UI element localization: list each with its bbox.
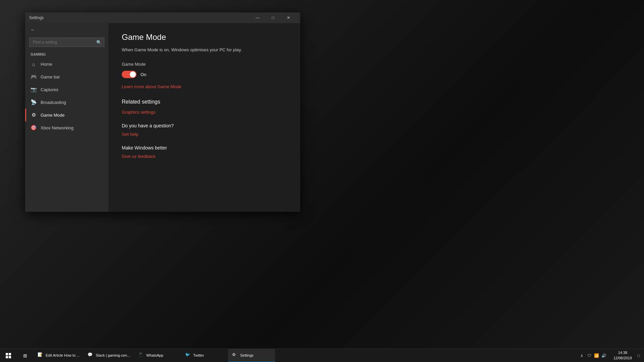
sidebar-item-captures[interactable]: 📷 Captures: [25, 83, 108, 96]
windows-icon: [6, 353, 11, 358]
start-button[interactable]: [0, 349, 17, 362]
give-feedback-link[interactable]: Give us feedback: [122, 154, 155, 159]
taskbar-app-edit-article[interactable]: 📝 Edit Article How to ...: [34, 349, 84, 362]
toggle-section-label: Game Mode: [122, 62, 287, 67]
search-input[interactable]: [29, 38, 104, 47]
sidebar-search-container: 🔍: [29, 38, 104, 47]
question-heading: Do you have a question?: [122, 123, 287, 128]
get-help-link[interactable]: Get help: [122, 132, 138, 137]
network-tray-icon: 📶: [594, 353, 599, 358]
edit-article-icon: 📝: [38, 352, 44, 358]
toggle-state-label: On: [141, 72, 146, 77]
window-titlebar: Settings — □ ✕: [25, 12, 300, 23]
minimize-button[interactable]: —: [250, 12, 265, 23]
game-mode-toggle[interactable]: [122, 71, 137, 78]
window-body: ← 🔍 Gaming ⌂ Home 🎮 Game bar �: [25, 23, 300, 212]
tray-arrow-icon: ∧: [579, 353, 585, 358]
settings-window: Settings — □ ✕ ← 🔍 Gaming ⌂ H: [25, 12, 300, 212]
close-button[interactable]: ✕: [281, 12, 296, 23]
sidebar-section-label: Gaming: [25, 50, 108, 58]
taskbar-app-label-edit-article: Edit Article How to ...: [46, 353, 79, 357]
page-title: Game Mode: [122, 33, 287, 42]
taskbar-left: ⊞ 📝 Edit Article How to ... 💬 Slack | ga…: [0, 349, 275, 362]
sidebar: ← 🔍 Gaming ⌂ Home 🎮 Game bar �: [25, 23, 108, 212]
taskbar-app-twitter[interactable]: 🐦 Twitter: [181, 349, 228, 362]
sidebar-item-game-mode[interactable]: ⚙ Game Mode: [25, 109, 108, 121]
sidebar-item-label-captures: Captures: [41, 87, 58, 92]
task-view-icon: ⊞: [23, 353, 27, 358]
back-arrow-icon: ←: [31, 27, 35, 32]
sidebar-item-xbox-networking[interactable]: 🎯 Xbox Networking: [25, 121, 108, 134]
notifications-icon[interactable]: □: [636, 353, 641, 358]
sidebar-item-home[interactable]: ⌂ Home: [25, 58, 108, 70]
page-description: When Game Mode is on, Windows optimises …: [122, 47, 287, 52]
sidebar-item-label-home: Home: [41, 62, 52, 67]
taskbar-app-whatsapp[interactable]: 📱 WhatsApp: [134, 349, 181, 362]
taskbar-app-settings[interactable]: ⚙ Settings: [228, 349, 275, 362]
sidebar-item-label-game-mode: Game Mode: [41, 113, 65, 118]
taskbar-right: ∧ 🛡 📶 🔊 14:38 12/08/2019 □: [577, 349, 644, 362]
maximize-button[interactable]: □: [265, 12, 281, 23]
taskbar-app-label-settings: Settings: [240, 353, 254, 357]
sidebar-item-label-xbox-networking: Xbox Networking: [41, 125, 73, 130]
task-view-button[interactable]: ⊞: [17, 349, 34, 362]
related-settings-heading: Related settings: [122, 99, 287, 105]
clock-time: 14:38: [618, 350, 628, 355]
sidebar-item-game-bar[interactable]: 🎮 Game bar: [25, 70, 108, 83]
xbox-icon: 🎯: [31, 125, 37, 131]
game-mode-toggle-row: On: [122, 71, 287, 78]
main-content: Game Mode When Game Mode is on, Windows …: [108, 23, 300, 212]
window-title: Settings: [29, 15, 250, 20]
broadcast-icon: 📡: [31, 99, 37, 105]
camera-icon: 📷: [31, 86, 37, 93]
toggle-thumb: [130, 71, 136, 77]
taskbar: ⊞ 📝 Edit Article How to ... 💬 Slack | ga…: [0, 349, 644, 362]
learn-more-link[interactable]: Learn more about Game Mode: [122, 84, 181, 89]
clock-date: 12/08/2019: [613, 356, 632, 361]
search-icon: 🔍: [96, 40, 102, 45]
taskbar-app-label-whatsapp: WhatsApp: [146, 353, 163, 357]
twitter-icon: 🐦: [185, 352, 191, 358]
shield-tray-icon: 🛡: [587, 353, 592, 358]
slack-icon: 💬: [88, 352, 94, 358]
gamepad-icon: 🎮: [31, 74, 37, 80]
home-icon: ⌂: [31, 61, 37, 67]
graphics-settings-link[interactable]: Graphics settings: [122, 110, 155, 115]
sidebar-item-label-broadcasting: Broadcasting: [41, 100, 66, 105]
system-tray[interactable]: ∧ 🛡 📶 🔊: [577, 353, 609, 358]
feedback-heading: Make Windows better: [122, 145, 287, 150]
sidebar-item-label-game-bar: Game bar: [41, 74, 60, 79]
volume-tray-icon: 🔊: [601, 353, 607, 358]
taskbar-app-slack[interactable]: 💬 Slack | gaming-cen...: [84, 349, 134, 362]
game-mode-icon: ⚙: [31, 112, 37, 118]
whatsapp-icon: 📱: [138, 352, 144, 358]
taskbar-app-label-slack: Slack | gaming-cen...: [96, 353, 130, 357]
taskbar-app-label-twitter: Twitter: [193, 353, 204, 357]
taskbar-clock[interactable]: 14:38 12/08/2019: [611, 350, 635, 361]
window-controls: — □ ✕: [250, 12, 296, 23]
back-button[interactable]: ←: [25, 23, 108, 36]
sidebar-item-broadcasting[interactable]: 📡 Broadcasting: [25, 96, 108, 109]
settings-icon: ⚙: [232, 352, 238, 358]
